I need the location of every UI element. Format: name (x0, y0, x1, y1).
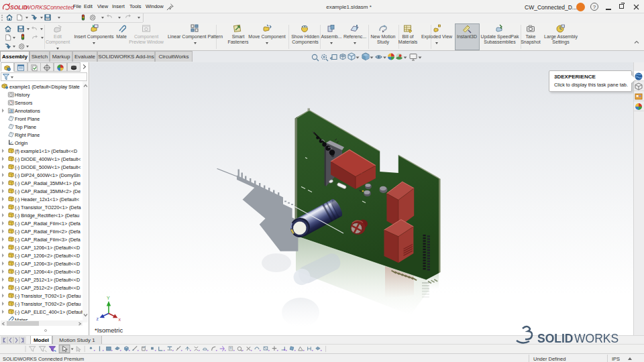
svg-text:WORKS: WORKS (25, 4, 47, 11)
svg-text:A: A (10, 109, 12, 113)
svg-text:Connected: Connected (46, 4, 74, 11)
